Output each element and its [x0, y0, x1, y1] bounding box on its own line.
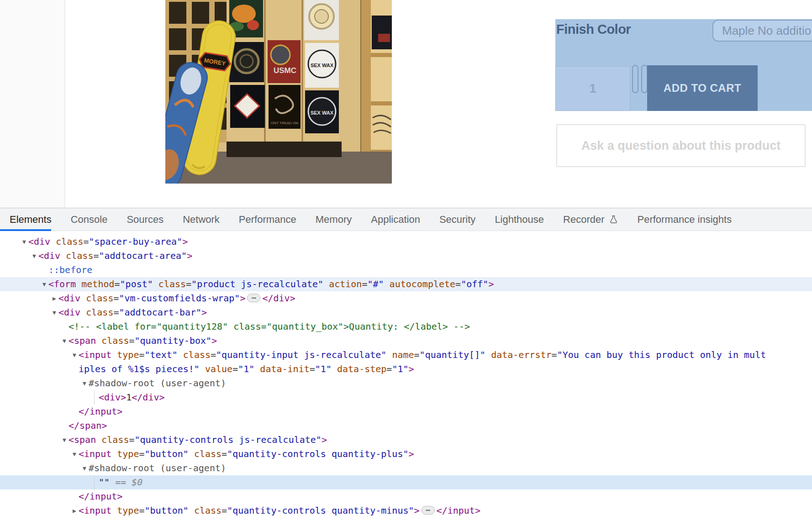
dom-tree-row[interactable]: ▼<form method="post" class="product js-r…	[0, 277, 812, 291]
inline-expand-ellipsis-button[interactable]: ⋯	[422, 506, 435, 515]
inline-expand-ellipsis-button[interactable]: ⋯	[247, 294, 260, 302]
token-eq: =	[115, 279, 120, 289]
token-tag: >	[322, 434, 327, 445]
expand-arrow-closed-icon[interactable]: ▶	[70, 504, 79, 518]
token-eq: =	[139, 448, 144, 459]
token-av: "quantity-controls js-recalculate"	[135, 434, 322, 445]
dom-tree-row[interactable]: </input>	[0, 405, 812, 419]
token-eq: =	[221, 505, 227, 516]
token-an: autocomplete	[384, 279, 456, 289]
token-an: type	[111, 448, 139, 459]
expand-arrow-open-icon[interactable]: ▼	[60, 433, 69, 447]
dom-tree-row[interactable]: ▼#shadow-root (user-agent)	[0, 376, 812, 390]
token-eq: =	[552, 349, 557, 360]
dom-tree-row[interactable]: <!-- <label for="quantity128" class="qua…	[0, 320, 812, 334]
tab-application[interactable]: Application	[361, 208, 430, 231]
tab-recorder[interactable]: Recorder	[554, 208, 627, 231]
ask-question-button[interactable]: Ask a question about this product	[556, 124, 806, 167]
token-av: "#"	[367, 279, 384, 289]
token-an: class	[178, 349, 211, 360]
dom-tree-row[interactable]: ▼<span class="quantity-controls js-recal…	[0, 433, 812, 447]
tab-performance-insights[interactable]: Performance insights	[628, 208, 742, 231]
token-an: value	[200, 363, 232, 374]
dom-tree-row[interactable]: ▼<input type="text" class="quantity-inpu…	[0, 348, 812, 362]
token-cm: <!-- <label for="quantity128" class="qua…	[69, 321, 470, 332]
expand-arrow-open-icon[interactable]: ▼	[80, 376, 89, 390]
dom-tree-row[interactable]: ▼<input type="button" class="quantity-co…	[0, 447, 812, 461]
tab-elements[interactable]: Elements	[0, 208, 61, 231]
quantity-plus-button[interactable]	[632, 65, 638, 93]
tab-lighthouse[interactable]: Lighthouse	[485, 208, 554, 231]
token-tag: >	[211, 335, 217, 346]
token-an: type	[111, 505, 139, 516]
inspect-highlight-overlay: Finish Color Maple No additio 1 ADD TO C…	[555, 19, 812, 111]
dom-tree-row[interactable]: ▶<div class="vm-customfields-wrap">⋯</di…	[0, 291, 812, 305]
expand-arrow-open-icon[interactable]: ▼	[40, 277, 48, 291]
dom-tree-row[interactable]: <div>1</div>	[0, 390, 812, 405]
dom-tree-row[interactable]: ▼#shadow-root (user-agent)	[0, 461, 812, 475]
token-eq: =	[414, 349, 420, 360]
dom-tree-row-selected[interactable]: "" == $0	[0, 475, 812, 489]
expand-arrow-open-icon[interactable]: ▼	[70, 348, 79, 362]
tab-sources[interactable]: Sources	[117, 208, 173, 231]
token-eq: =	[221, 448, 227, 459]
token-av: "1"	[238, 363, 254, 374]
token-eq: =	[83, 236, 89, 247]
finish-color-select[interactable]: Maple No additio	[712, 20, 812, 42]
expand-arrow-open-icon[interactable]: ▼	[80, 461, 89, 475]
tab-label: Lighthouse	[495, 214, 544, 226]
token-an: data-step	[332, 363, 386, 374]
token-gr: ==	[110, 477, 132, 488]
dom-tree-row[interactable]: ▼<span class="quantity-box">	[0, 334, 812, 348]
token-av: "button"	[145, 448, 189, 459]
token-eq: =	[93, 250, 99, 261]
token-av: "product js-recalculate"	[191, 279, 323, 289]
expand-arrow-open-icon[interactable]: ▼	[70, 447, 79, 461]
elements-tree: ▼<div class="spacer-buy-area">▼<div clas…	[0, 231, 812, 526]
tab-label: Performance	[239, 214, 296, 226]
tab-label: Elements	[10, 214, 52, 226]
indent-guide	[94, 475, 95, 489]
dom-tree-row[interactable]: iples of %1$s pieces!" value="1" data-in…	[0, 362, 812, 376]
dom-tree-row[interactable]: ▼<div class="addtocart-bar">	[0, 305, 812, 320]
tab-performance[interactable]: Performance	[229, 208, 306, 231]
expand-arrow-open-icon[interactable]: ▼	[60, 334, 69, 348]
token-av: "quantity[]"	[420, 349, 486, 360]
token-an: class	[153, 279, 186, 289]
token-an: method	[76, 279, 114, 289]
expand-arrow-open-icon[interactable]: ▼	[50, 305, 58, 320]
token-av: "button"	[145, 505, 189, 516]
token-an: data-errstr	[485, 349, 552, 360]
dom-tree-row[interactable]: ::before	[0, 263, 812, 277]
quantity-input[interactable]: 1	[555, 66, 630, 111]
expand-arrow-open-icon[interactable]: ▼	[30, 249, 38, 263]
dom-tree-row[interactable]: </input>	[0, 489, 812, 504]
token-tag: <div	[28, 236, 50, 247]
dom-tree-row[interactable]: ▼<div class="spacer-buy-area">	[0, 235, 812, 249]
dom-tree-row[interactable]: </span>	[0, 419, 812, 433]
quantity-minus-button[interactable]	[641, 65, 648, 93]
add-to-cart-button[interactable]: ADD TO CART	[647, 65, 758, 111]
token-eq: =	[211, 349, 216, 360]
token-tag: <div	[58, 293, 80, 304]
expand-arrow-closed-icon[interactable]: ▶	[50, 291, 58, 305]
token-eq: =	[139, 349, 144, 360]
devtools-tabbar: ElementsConsoleSourcesNetworkPerformance…	[0, 208, 812, 231]
tab-security[interactable]: Security	[430, 208, 485, 231]
dom-tree-row[interactable]: ▼<div class="addtocart-area">	[0, 249, 812, 263]
dom-tree-row[interactable]: ▶<input type="button" class="quantity-co…	[0, 504, 812, 518]
product-photo: USMC ONT TREAD ON SEX WAX SEX WAX	[165, 0, 392, 184]
token-an: class	[96, 335, 129, 346]
quantity-controls[interactable]	[632, 65, 648, 93]
tab-console[interactable]: Console	[61, 208, 117, 231]
token-eq: =	[129, 335, 134, 346]
expand-arrow-open-icon[interactable]: ▼	[20, 235, 28, 249]
tab-network[interactable]: Network	[173, 208, 229, 231]
webpage-viewport: USMC ONT TREAD ON SEX WAX SEX WAX	[0, 0, 812, 208]
token-tag: </div>	[262, 293, 295, 304]
tab-memory[interactable]: Memory	[306, 208, 361, 231]
token-tag: <span	[69, 335, 96, 346]
token-an: class	[189, 448, 221, 459]
token-eq: =	[113, 307, 119, 318]
token-tag: </input>	[79, 406, 122, 417]
